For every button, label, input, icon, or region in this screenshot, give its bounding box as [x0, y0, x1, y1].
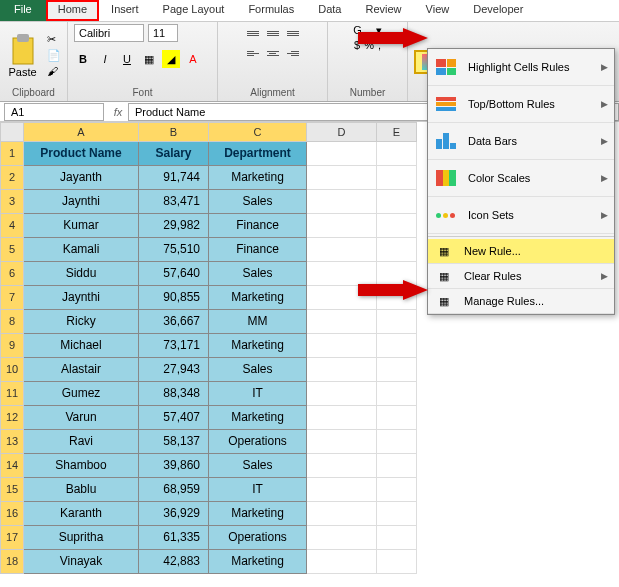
cell[interactable]: IT — [209, 478, 307, 502]
cell[interactable] — [307, 334, 377, 358]
cell[interactable]: Finance — [209, 214, 307, 238]
cell[interactable] — [307, 526, 377, 550]
row-header[interactable]: 3 — [0, 190, 24, 214]
cell[interactable]: Marketing — [209, 286, 307, 310]
cell[interactable]: Marketing — [209, 550, 307, 574]
row-header[interactable]: 11 — [0, 382, 24, 406]
cell[interactable] — [377, 382, 417, 406]
align-top-button[interactable] — [244, 24, 262, 42]
cell[interactable]: 83,471 — [139, 190, 209, 214]
align-bottom-button[interactable] — [284, 24, 302, 42]
format-painter-icon[interactable]: 🖌 — [47, 65, 61, 79]
cell[interactable]: Siddu — [24, 262, 139, 286]
cell[interactable] — [377, 190, 417, 214]
cell[interactable]: Vinayak — [24, 550, 139, 574]
cell[interactable] — [307, 142, 377, 166]
cell[interactable]: Marketing — [209, 166, 307, 190]
cell[interactable]: Kumar — [24, 214, 139, 238]
cell[interactable] — [307, 166, 377, 190]
cell[interactable] — [307, 454, 377, 478]
menu-color-scales[interactable]: Color Scales ▶ — [428, 160, 614, 197]
cell[interactable]: Jaynthi — [24, 190, 139, 214]
tab-review[interactable]: Review — [353, 0, 413, 21]
cell[interactable] — [377, 166, 417, 190]
border-button[interactable]: ▦ — [140, 50, 158, 68]
cell[interactable] — [377, 454, 417, 478]
menu-highlight-cells[interactable]: Highlight Cells Rules ▶ — [428, 49, 614, 86]
cell[interactable] — [377, 478, 417, 502]
tab-insert[interactable]: Insert — [99, 0, 151, 21]
cell[interactable]: 42,883 — [139, 550, 209, 574]
cell[interactable] — [377, 406, 417, 430]
cell[interactable] — [307, 238, 377, 262]
row-header[interactable]: 5 — [0, 238, 24, 262]
tab-view[interactable]: View — [414, 0, 462, 21]
cell[interactable]: Michael — [24, 334, 139, 358]
bold-button[interactable]: B — [74, 50, 92, 68]
row-header[interactable]: 15 — [0, 478, 24, 502]
cell[interactable] — [377, 334, 417, 358]
cell[interactable]: Sales — [209, 358, 307, 382]
cell[interactable]: 68,959 — [139, 478, 209, 502]
cell[interactable] — [377, 310, 417, 334]
cell[interactable]: 36,929 — [139, 502, 209, 526]
cell[interactable] — [307, 382, 377, 406]
cell[interactable] — [377, 502, 417, 526]
cell[interactable] — [377, 238, 417, 262]
tab-developer[interactable]: Developer — [461, 0, 535, 21]
align-center-button[interactable] — [264, 44, 282, 62]
cell[interactable]: 36,667 — [139, 310, 209, 334]
cell[interactable] — [307, 358, 377, 382]
copy-icon[interactable]: 📄 — [47, 49, 61, 63]
tab-home[interactable]: Home — [46, 0, 99, 21]
cell[interactable] — [377, 526, 417, 550]
row-header[interactable]: 14 — [0, 454, 24, 478]
menu-new-rule[interactable]: ▦ New Rule... — [428, 239, 614, 264]
underline-button[interactable]: U — [118, 50, 136, 68]
cell[interactable]: Shamboo — [24, 454, 139, 478]
cell[interactable]: Alastair — [24, 358, 139, 382]
row-header[interactable]: 1 — [0, 142, 24, 166]
cell[interactable] — [377, 142, 417, 166]
tab-formulas[interactable]: Formulas — [236, 0, 306, 21]
cell[interactable]: Ravi — [24, 430, 139, 454]
row-header[interactable]: 12 — [0, 406, 24, 430]
cell[interactable] — [307, 214, 377, 238]
row-header[interactable]: 8 — [0, 310, 24, 334]
col-header-D[interactable]: D — [307, 122, 377, 142]
cell[interactable]: Sales — [209, 262, 307, 286]
cell[interactable]: 73,171 — [139, 334, 209, 358]
row-header[interactable]: 7 — [0, 286, 24, 310]
cell[interactable]: Varun — [24, 406, 139, 430]
cell[interactable]: 88,348 — [139, 382, 209, 406]
col-header-A[interactable]: A — [24, 122, 139, 142]
cell[interactable]: 58,137 — [139, 430, 209, 454]
cell[interactable] — [307, 502, 377, 526]
row-header[interactable]: 2 — [0, 166, 24, 190]
fx-icon[interactable]: fx — [108, 106, 128, 118]
cell[interactable]: Kamali — [24, 238, 139, 262]
cell[interactable]: Product Name — [24, 142, 139, 166]
cell[interactable]: 61,335 — [139, 526, 209, 550]
col-header-E[interactable]: E — [377, 122, 417, 142]
cell[interactable]: Marketing — [209, 334, 307, 358]
cell[interactable]: Marketing — [209, 502, 307, 526]
cell[interactable]: 29,982 — [139, 214, 209, 238]
cut-icon[interactable]: ✂ — [47, 33, 61, 47]
cell[interactable]: Jaynthi — [24, 286, 139, 310]
tab-file[interactable]: File — [0, 0, 46, 21]
cell[interactable]: 75,510 — [139, 238, 209, 262]
cell[interactable]: Department — [209, 142, 307, 166]
align-left-button[interactable] — [244, 44, 262, 62]
cell[interactable] — [307, 550, 377, 574]
row-header[interactable]: 17 — [0, 526, 24, 550]
row-header[interactable]: 18 — [0, 550, 24, 574]
font-color-button[interactable]: A — [184, 50, 202, 68]
row-header[interactable]: 13 — [0, 430, 24, 454]
select-all-corner[interactable] — [0, 122, 24, 142]
row-header[interactable]: 10 — [0, 358, 24, 382]
cell[interactable]: Finance — [209, 238, 307, 262]
cell[interactable]: 57,640 — [139, 262, 209, 286]
cell[interactable]: Sales — [209, 454, 307, 478]
fill-color-button[interactable]: ◢ — [162, 50, 180, 68]
